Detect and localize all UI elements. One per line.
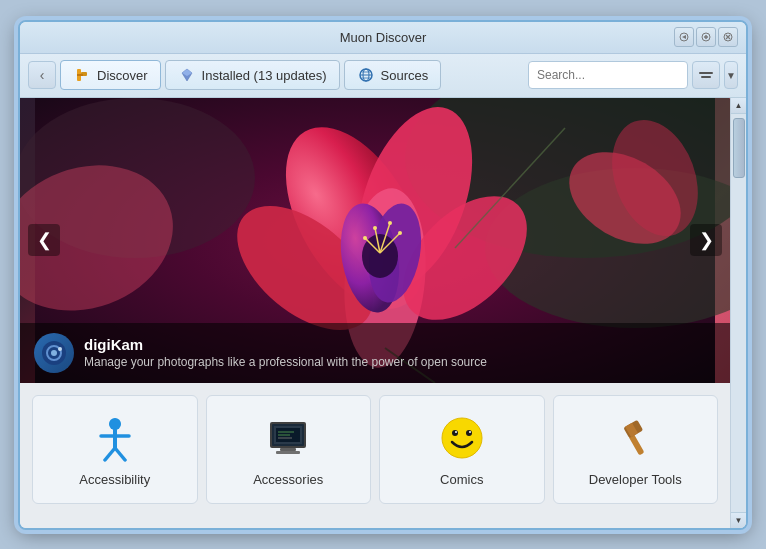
hero-banner: ❮ ❯ digiKam (20, 98, 730, 383)
filter-icon (699, 72, 713, 74)
search-input[interactable] (528, 61, 688, 89)
svg-rect-57 (276, 451, 300, 454)
prev-icon: ❮ (37, 229, 52, 251)
window-controls (674, 27, 738, 47)
gem-icon (178, 66, 196, 84)
category-grid: Accessibility (20, 383, 730, 516)
comics-icon (436, 412, 488, 464)
developer-tools-icon (609, 412, 661, 464)
main-window: Muon Discover ‹ Discover (18, 20, 748, 530)
svg-point-60 (466, 430, 472, 436)
filter-icon-2 (701, 76, 711, 78)
svg-point-62 (469, 431, 471, 433)
category-comics[interactable]: Comics (379, 395, 545, 504)
tab-installed-label: Installed (13 updates) (202, 68, 327, 83)
svg-point-32 (398, 231, 402, 235)
scroll-down-button[interactable]: ▼ (731, 512, 747, 528)
hero-app-name: digiKam (84, 336, 716, 353)
maximize-button[interactable] (696, 27, 716, 47)
svg-rect-56 (280, 448, 296, 451)
accessibility-icon (89, 412, 141, 464)
tab-discover[interactable]: Discover (60, 60, 161, 90)
tab-sources[interactable]: Sources (344, 60, 442, 90)
scrollbar: ▲ ▼ (730, 98, 746, 528)
toolbar: ‹ Discover Installed (13 updates) Source… (20, 54, 746, 98)
category-accessories-label: Accessories (253, 472, 323, 487)
hero-info-bar: digiKam Manage your photographs like a p… (20, 323, 730, 383)
window-title: Muon Discover (340, 30, 427, 45)
main-scroll-area[interactable]: ❮ ❯ digiKam (20, 98, 730, 528)
svg-line-47 (115, 448, 125, 460)
globe-icon (357, 66, 375, 84)
svg-point-48 (109, 418, 120, 429)
tab-installed[interactable]: Installed (13 updates) (165, 60, 340, 90)
category-comics-label: Comics (440, 472, 483, 487)
wrench-icon (73, 66, 91, 84)
content-area: ❮ ❯ digiKam (20, 98, 746, 528)
digikam-icon (40, 339, 68, 367)
svg-point-59 (452, 430, 458, 436)
svg-point-31 (388, 221, 392, 225)
tab-sources-label: Sources (381, 68, 429, 83)
hero-next-button[interactable]: ❯ (690, 224, 722, 256)
category-accessibility[interactable]: Accessibility (32, 395, 198, 504)
title-bar: Muon Discover (20, 22, 746, 54)
hero-text: digiKam Manage your photographs like a p… (84, 336, 716, 369)
svg-point-41 (58, 347, 62, 351)
hero-app-icon (34, 333, 74, 373)
tab-discover-label: Discover (97, 68, 148, 83)
category-accessibility-label: Accessibility (79, 472, 150, 487)
category-developer-tools[interactable]: Developer Tools (553, 395, 719, 504)
scroll-up-button[interactable]: ▲ (731, 98, 747, 114)
category-accessories[interactable]: Accessories (206, 395, 372, 504)
back-button[interactable]: ‹ (28, 61, 56, 89)
filter-button[interactable] (692, 61, 720, 89)
svg-point-58 (442, 418, 482, 458)
hero-prev-button[interactable]: ❮ (28, 224, 60, 256)
accessories-icon (262, 412, 314, 464)
toolbar-expand-button[interactable]: ▼ (724, 61, 738, 89)
svg-point-40 (51, 350, 57, 356)
close-button[interactable] (718, 27, 738, 47)
expand-icon: ▼ (726, 70, 736, 81)
svg-point-30 (373, 226, 377, 230)
scroll-thumb[interactable] (733, 118, 745, 178)
minimize-button[interactable] (674, 27, 694, 47)
hero-app-desc: Manage your photographs like a professio… (84, 355, 716, 369)
back-icon: ‹ (40, 67, 45, 83)
svg-marker-5 (77, 74, 83, 76)
svg-line-46 (105, 448, 115, 460)
svg-point-61 (455, 431, 457, 433)
svg-point-33 (363, 236, 367, 240)
next-icon: ❯ (699, 229, 714, 251)
category-developer-tools-label: Developer Tools (589, 472, 682, 487)
